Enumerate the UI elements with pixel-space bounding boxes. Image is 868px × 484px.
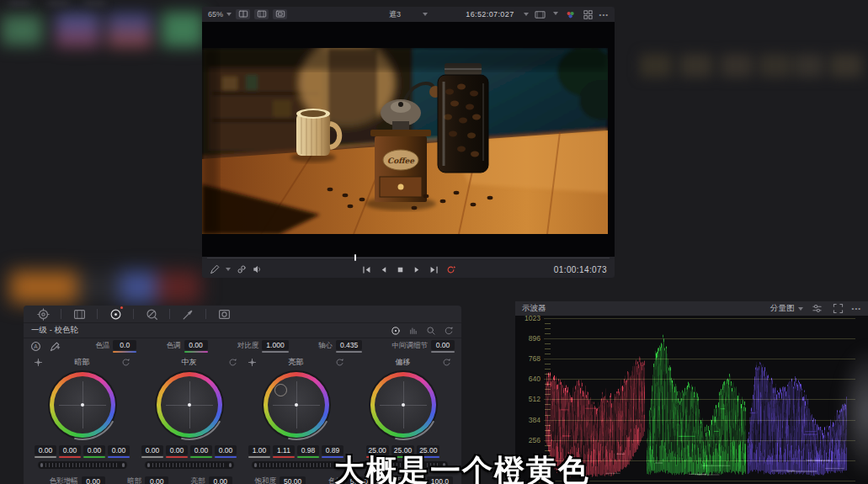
viewer-header-right: 16:52:07:027 ••• bbox=[466, 9, 609, 20]
wheel-value[interactable]: 0.00 bbox=[83, 445, 105, 455]
target-cross-icon[interactable] bbox=[34, 358, 43, 367]
color-wheel-0[interactable] bbox=[50, 372, 115, 438]
viewer-zoom-level[interactable]: 65% bbox=[208, 10, 223, 19]
scope-more-icon[interactable]: ••• bbox=[852, 305, 861, 312]
auto-balance-icon[interactable]: A bbox=[30, 341, 41, 352]
param-value[interactable]: 50.00 bbox=[280, 476, 306, 484]
playhead[interactable] bbox=[354, 254, 356, 261]
reset-icon[interactable] bbox=[228, 358, 237, 367]
param-label: 对比度 bbox=[237, 341, 259, 351]
loop-icon[interactable] bbox=[446, 265, 455, 274]
step-forward-icon[interactable] bbox=[413, 265, 422, 274]
expand-icon[interactable] bbox=[833, 303, 844, 314]
scrubber-track[interactable] bbox=[207, 258, 610, 258]
wheel-value[interactable]: 0.00 bbox=[59, 445, 81, 455]
stop-icon[interactable] bbox=[396, 265, 405, 274]
wheel-arc-indicator bbox=[260, 369, 333, 441]
param-value[interactable]: 0.0 bbox=[113, 340, 136, 350]
transport-buttons bbox=[202, 265, 615, 274]
target-cross-icon[interactable] bbox=[248, 358, 257, 367]
film-frame-icon[interactable] bbox=[535, 9, 546, 20]
param-value[interactable]: 1.000 bbox=[262, 340, 288, 350]
wheel-value[interactable]: 0.00 bbox=[190, 445, 212, 455]
enhanced-viewer-icon[interactable] bbox=[273, 9, 287, 19]
param-value[interactable]: 0.00 bbox=[184, 340, 208, 350]
first-frame-icon[interactable] bbox=[362, 265, 371, 274]
curves-palette-button[interactable] bbox=[142, 306, 161, 322]
param-value[interactable]: 0.00 bbox=[431, 340, 455, 350]
sizing-palette-button[interactable] bbox=[70, 306, 88, 322]
param-value[interactable]: 0.435 bbox=[336, 340, 362, 350]
param-value[interactable]: 0.00 bbox=[82, 476, 105, 484]
bars-mode-icon[interactable] bbox=[408, 326, 418, 336]
viewer-panel: 65% 遮3 16:52:07:027 ••• bbox=[202, 7, 615, 278]
bottom-param-1: 暗部0.00 bbox=[127, 476, 168, 484]
value-underline bbox=[297, 456, 319, 458]
color-wheel-3[interactable] bbox=[370, 372, 436, 438]
color-wheels-palette-button[interactable] bbox=[106, 306, 125, 322]
clip-label[interactable]: 遮3 bbox=[389, 9, 401, 20]
master-wheel-slider[interactable] bbox=[145, 461, 234, 469]
qualifier-palette-button[interactable] bbox=[178, 306, 197, 322]
wheels-title-row: 一级 - 校色轮 bbox=[24, 322, 461, 338]
blurred-overlay bbox=[839, 345, 868, 480]
divider bbox=[61, 309, 61, 319]
wheel-value[interactable]: 1.00 bbox=[248, 445, 270, 455]
wheel-value[interactable]: 0.98 bbox=[297, 445, 319, 455]
param-label: 轴心 bbox=[318, 341, 333, 351]
camera-raw-icon bbox=[37, 308, 50, 321]
reset-icon[interactable] bbox=[121, 358, 130, 367]
clip-thumbnail bbox=[10, 271, 77, 303]
param-value[interactable]: 0.00 bbox=[209, 476, 232, 484]
wheel-value[interactable]: 0.00 bbox=[141, 445, 163, 455]
split-screen-icon[interactable] bbox=[236, 9, 250, 19]
param-0: 色温0.0 bbox=[95, 340, 136, 353]
wheel-value[interactable]: 0.00 bbox=[108, 445, 130, 455]
step-back-icon[interactable] bbox=[379, 265, 388, 274]
color-wheel-1[interactable] bbox=[157, 372, 222, 438]
color-wheel-2[interactable] bbox=[264, 372, 329, 438]
master-wheel-slider[interactable] bbox=[252, 461, 341, 469]
wheel-name: 亮部 bbox=[257, 357, 335, 368]
wheel-value[interactable]: 1.11 bbox=[273, 445, 295, 455]
chevron-down-icon[interactable] bbox=[553, 12, 558, 18]
wheel-value[interactable]: 0.00 bbox=[35, 445, 56, 455]
node-box bbox=[640, 54, 672, 77]
scope-title: 示波器 bbox=[522, 303, 546, 314]
reset-icon[interactable] bbox=[444, 326, 454, 336]
chevron-down-icon[interactable] bbox=[423, 13, 428, 19]
reset-icon[interactable] bbox=[335, 358, 344, 367]
reset-icon[interactable] bbox=[442, 358, 451, 367]
chevron-down-icon[interactable] bbox=[524, 13, 529, 19]
master-wheel-slider[interactable] bbox=[38, 461, 127, 469]
wheel-value[interactable]: 0.00 bbox=[166, 445, 188, 455]
param-value[interactable]: 0.00 bbox=[145, 476, 168, 484]
timeline-clips-blurred bbox=[0, 264, 202, 305]
wheel-mode-icon[interactable] bbox=[391, 326, 401, 336]
window-palette-button[interactable] bbox=[215, 306, 233, 322]
camera-raw-palette-button[interactable] bbox=[34, 306, 52, 322]
log-mode-icon[interactable] bbox=[426, 326, 436, 336]
last-frame-icon[interactable] bbox=[429, 265, 439, 274]
palette-toolbar bbox=[24, 306, 461, 322]
bottom-param-3: 饱和度50.00 bbox=[254, 476, 306, 484]
scope-mode-dropdown[interactable]: 分量图 bbox=[770, 303, 803, 314]
viewer-header-left: 65% bbox=[208, 9, 287, 19]
palette-icon[interactable] bbox=[565, 9, 576, 20]
value-underline bbox=[215, 456, 237, 458]
sliders-icon[interactable] bbox=[812, 303, 823, 314]
grid-icon[interactable] bbox=[583, 9, 594, 20]
wheel-value[interactable]: 0.00 bbox=[215, 445, 237, 455]
image-wipe-icon[interactable] bbox=[254, 9, 269, 19]
picker-pen-icon[interactable] bbox=[50, 341, 61, 352]
node-box bbox=[721, 54, 753, 77]
still-thumbnail bbox=[162, 12, 204, 47]
divider bbox=[133, 309, 134, 319]
param-underline bbox=[113, 351, 136, 353]
scope-y-label: 1023 bbox=[517, 315, 541, 322]
param-label: 色调 bbox=[167, 341, 181, 351]
more-options-icon[interactable]: ••• bbox=[599, 11, 609, 19]
wheel-group-2: 亮部1.001.110.980.89 bbox=[242, 356, 349, 469]
source-timecode[interactable]: 16:52:07:027 bbox=[466, 10, 514, 19]
param-1: 色调0.00 bbox=[167, 340, 208, 353]
